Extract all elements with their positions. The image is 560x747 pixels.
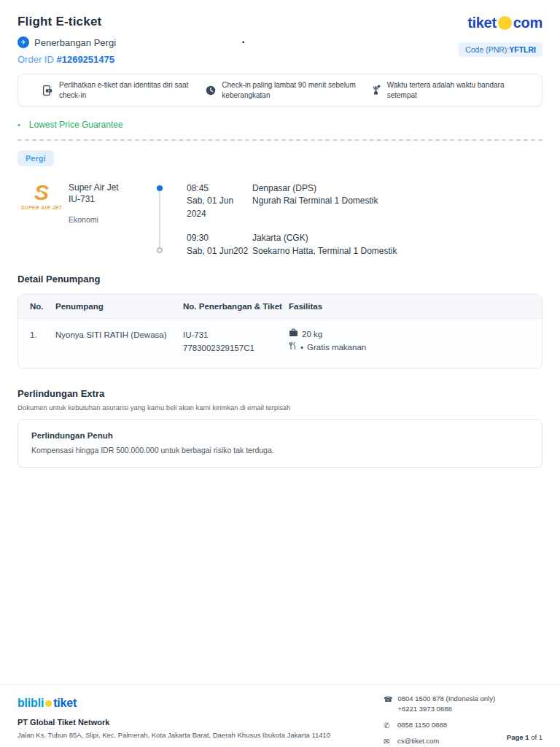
protection-card-title: Perlindungan Penuh bbox=[31, 431, 529, 440]
airport-time-icon bbox=[370, 85, 381, 96]
passenger-flight-no: IU-731 bbox=[183, 328, 289, 341]
phone-icon: ☎ bbox=[384, 694, 392, 715]
meal-label: Gratis makanan bbox=[307, 341, 366, 353]
baggage-facility: 20 kg bbox=[289, 328, 542, 340]
phone-line1: 0804 1500 878 (Indonesia only) bbox=[397, 694, 495, 704]
col-header-no: No. bbox=[30, 302, 55, 311]
arrival-time: 09:30 bbox=[187, 232, 252, 244]
whatsapp-icon: ✆ bbox=[384, 720, 392, 731]
page-title: Flight E-ticket bbox=[18, 15, 116, 29]
table-row: 1. Nyonya SITI RATIH (Dewasa) IU-731 778… bbox=[18, 319, 542, 368]
footer-brand-dot-icon bbox=[45, 700, 52, 707]
super-air-jet-logo: S✈ SUPER AIR JET bbox=[18, 182, 66, 210]
trip-type-label: Penerbangan Pergi bbox=[34, 37, 116, 48]
eticket-phone-icon bbox=[42, 85, 53, 96]
passenger-ticket-no: 7783002329157C1 bbox=[183, 341, 289, 355]
stray-dot: • bbox=[242, 39, 244, 46]
col-header-passenger: Penumpang bbox=[55, 302, 183, 311]
meal-facility: • Gratis makanan bbox=[289, 341, 542, 353]
arrival-city: Jakarta (CGK) bbox=[252, 232, 397, 244]
plane-circle-icon: ✈ bbox=[18, 36, 29, 48]
col-header-flight-ticket: No. Penerbangan & Tiket bbox=[183, 302, 289, 311]
notice-text: Check-in paling lambat 90 menit sebelum … bbox=[222, 80, 360, 100]
departure-datetime: 08:45 Sab, 01 Jun 2024 bbox=[187, 182, 252, 220]
airline-info: Super Air Jet IU-731 Ekonomi bbox=[69, 182, 136, 224]
header-right: tiket com Code (PNR):YFTLRI bbox=[459, 15, 542, 57]
brand-text-com: com bbox=[513, 15, 542, 31]
brand-yellow-dot-icon bbox=[498, 16, 512, 30]
protection-card: Perlindungan Penuh Kompensasi hingga IDR… bbox=[18, 419, 542, 468]
protection-section-title: Perlindungan Extra bbox=[18, 388, 542, 399]
eticket-page: Flight E-ticket ✈ Penerbangan Pergi Orde… bbox=[0, 0, 560, 468]
footer-brand-tiket: tiket bbox=[53, 697, 77, 710]
page-indicator: Page 1 of 1 bbox=[507, 733, 542, 741]
route-timeline bbox=[156, 182, 163, 258]
airline-name: Super Air Jet bbox=[69, 182, 136, 194]
timeline-line bbox=[159, 191, 160, 247]
protection-card-desc: Kompensasi hingga IDR 500.000.000 untuk … bbox=[31, 446, 529, 454]
baggage-icon bbox=[289, 328, 298, 340]
meal-icon bbox=[289, 341, 297, 353]
guarantee-text: Lowest Price Guarantee bbox=[29, 120, 123, 130]
pnr-badge: Code (PNR):YFTLRI bbox=[459, 42, 542, 57]
pnr-code: YFTLRI bbox=[509, 45, 536, 54]
order-id-label: Order ID bbox=[18, 54, 54, 65]
phone-contact: ☎ 0804 1500 878 (Indonesia only) +6221 3… bbox=[384, 694, 542, 715]
order-id-row: Order ID #1269251475 bbox=[18, 54, 116, 65]
departure-segment: 08:45 Sab, 01 Jun 2024 Denpasar (DPS) Ng… bbox=[187, 182, 397, 220]
notice-local-time: Waktu tertera adalah waktu bandara setem… bbox=[370, 80, 534, 100]
logo-plane-icon: ✈ bbox=[36, 190, 44, 198]
dashed-separator bbox=[18, 139, 542, 141]
brand-text-tiket: tiket bbox=[467, 15, 497, 31]
passenger-table: No. Penumpang No. Penerbangan & Tiket Fa… bbox=[18, 294, 542, 368]
arrival-date: Sab, 01 Jun202 bbox=[187, 245, 252, 258]
passenger-facilities: 20 kg • Gratis makanan bbox=[289, 328, 542, 355]
notice-text: Waktu tertera adalah waktu bandara setem… bbox=[387, 80, 526, 100]
footer: blibli tiket PT Global Tiket Network Jal… bbox=[0, 684, 560, 747]
airline-logo-letter: S✈ bbox=[34, 182, 49, 202]
departure-dot-icon bbox=[157, 185, 163, 191]
airline-logo-text: SUPER AIR JET bbox=[21, 205, 63, 210]
arrival-terminal: Soekarno Hatta, Terminal 1 Domestik bbox=[252, 245, 397, 258]
passenger-table-header: No. Penumpang No. Penerbangan & Tiket Fa… bbox=[18, 295, 542, 319]
pnr-label: Code (PNR): bbox=[465, 45, 509, 54]
departure-airport: Denpasar (DPS) Ngurah Rai Terminal 1 Dom… bbox=[252, 182, 378, 220]
whatsapp-number: 0858 1150 0888 bbox=[397, 720, 447, 731]
email-icon: ✉ bbox=[384, 736, 392, 747]
passenger-section-title: Detail Penumpang bbox=[18, 274, 542, 285]
whatsapp-contact: ✆ 0858 1150 0888 bbox=[384, 720, 542, 731]
arrival-datetime: 09:30 Sab, 01 Jun202 bbox=[187, 232, 252, 258]
protection-subtitle: Dokumen untuk kebutuhan asuransi yang ka… bbox=[18, 403, 542, 411]
col-header-facilities: Fasilitas bbox=[289, 302, 542, 311]
trip-direction-badge: Pergi bbox=[18, 150, 54, 166]
arrival-ring-icon bbox=[157, 247, 163, 253]
arrival-segment: 09:30 Sab, 01 Jun202 Jakarta (CGK) Soeka… bbox=[187, 232, 397, 258]
footer-brand-blibli: blibli bbox=[18, 697, 44, 710]
phone-numbers: 0804 1500 878 (Indonesia only) +6221 397… bbox=[397, 694, 495, 715]
cabin-class: Ekonomi bbox=[69, 215, 136, 224]
clock-icon bbox=[206, 85, 216, 96]
phone-line2: +6221 3973 0888 bbox=[397, 704, 495, 714]
notice-show-eticket: Perlihatkan e-tiket dan identitas diri s… bbox=[26, 80, 206, 100]
passenger-flight-ticket: IU-731 7783002329157C1 bbox=[183, 328, 289, 355]
email-address: cs@tiket.com bbox=[397, 736, 439, 747]
route-details: 08:45 Sab, 01 Jun 2024 Denpasar (DPS) Ng… bbox=[187, 182, 397, 258]
passenger-name: Nyonya SITI RATIH (Dewasa) bbox=[55, 328, 183, 355]
lowest-price-guarantee: • Lowest Price Guarantee bbox=[18, 120, 542, 130]
tiket-com-logo: tiket com bbox=[467, 15, 542, 31]
green-bullet-icon: • bbox=[18, 120, 20, 129]
departure-time: 08:45 bbox=[187, 182, 252, 195]
checkin-notices-bar: Perlihatkan e-tiket dan identitas diri s… bbox=[18, 74, 542, 107]
order-id-value: #1269251475 bbox=[56, 54, 114, 65]
departure-city: Denpasar (DPS) bbox=[252, 182, 378, 195]
departure-date: Sab, 01 Jun 2024 bbox=[187, 195, 252, 220]
notice-checkin-deadline: Check-in paling lambat 90 menit sebelum … bbox=[206, 80, 370, 100]
notice-text: Perlihatkan e-tiket dan identitas diri s… bbox=[59, 80, 198, 100]
meal-bullet: • bbox=[300, 341, 303, 353]
page-total: of 1 bbox=[529, 733, 543, 741]
flight-segment: S✈ SUPER AIR JET Super Air Jet IU-731 Ek… bbox=[18, 182, 542, 258]
departure-terminal: Ngurah Rai Terminal 1 Domestik bbox=[252, 195, 378, 207]
flight-number: IU-731 bbox=[69, 194, 136, 206]
header-left: Flight E-ticket ✈ Penerbangan Pergi Orde… bbox=[18, 15, 116, 65]
header: Flight E-ticket ✈ Penerbangan Pergi Orde… bbox=[18, 15, 542, 65]
